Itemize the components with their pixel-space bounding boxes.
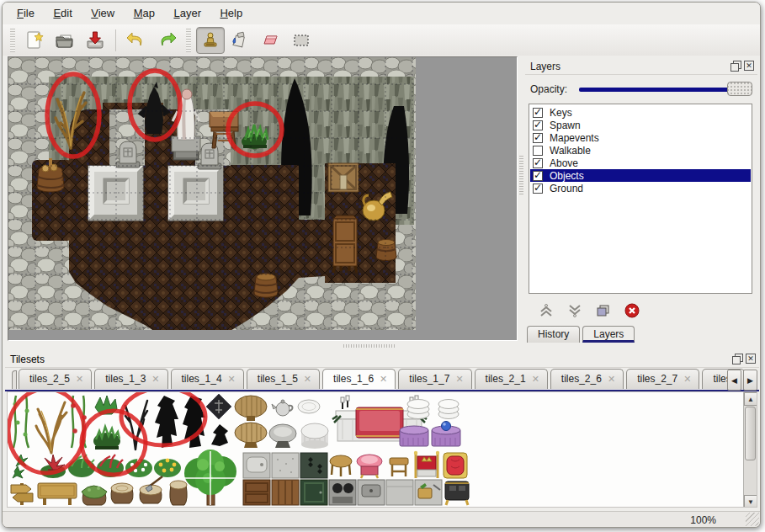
scroll-tabs-right-button[interactable]: ▶	[743, 370, 757, 391]
menu-map[interactable]: Map	[126, 3, 162, 22]
scroll-tabs-left-button[interactable]: ◀	[727, 370, 741, 391]
select-tool-button[interactable]	[287, 27, 316, 54]
scroll-down-button[interactable]: ▼	[744, 495, 757, 508]
layer-row-spawn[interactable]: Spawn	[530, 119, 751, 131]
vertical-splitter[interactable]	[518, 56, 525, 341]
layer-checkbox[interactable]	[533, 146, 543, 156]
tile-stone-round-table[interactable]	[269, 424, 296, 448]
menu-layer[interactable]: Layer	[166, 3, 209, 22]
tile-pink-cake-table[interactable]	[357, 455, 382, 478]
layer-row-walkable[interactable]: Walkable	[530, 144, 751, 157]
tile-round-slat-table[interactable]	[235, 396, 267, 421]
tile-cloth-round-table[interactable]	[301, 423, 328, 449]
float-panel-icon[interactable]	[732, 354, 742, 364]
map-view[interactable]	[8, 57, 416, 330]
tile-cabinet-planks[interactable]	[272, 480, 299, 505]
raise-layer-button[interactable]	[539, 303, 554, 318]
tile-dark-blob[interactable]	[155, 396, 178, 448]
float-panel-icon[interactable]	[730, 61, 741, 71]
scroll-up-button[interactable]: ▲	[744, 392, 757, 406]
tile-counter-speckled[interactable]	[272, 453, 299, 478]
tab-close-icon[interactable]: ✕	[608, 374, 615, 384]
tile-cushion-chair[interactable]	[444, 453, 467, 478]
horizontal-splitter[interactable]	[3, 341, 760, 351]
tileset-tab[interactable]: tiles_2_1✕	[475, 369, 548, 389]
tile-gold-leg-stove[interactable]	[445, 481, 469, 505]
layer-checkbox[interactable]	[533, 158, 543, 168]
tile-round-slat-table[interactable]	[235, 423, 267, 448]
tileset-tab[interactable]: tiles_1_7✕	[398, 369, 471, 389]
toolbar-drag-handle[interactable]	[186, 29, 191, 52]
tile-purple-table[interactable]	[400, 426, 428, 446]
tileset-tab[interactable]: tiles_2_7✕	[626, 369, 699, 389]
tile-rune-diamond[interactable]	[206, 394, 231, 419]
save-button[interactable]	[81, 27, 109, 54]
redo-button[interactable]	[152, 27, 181, 54]
tile-wood-sign[interactable]	[38, 483, 77, 505]
menu-file[interactable]: File	[9, 3, 42, 22]
tileset-tiles[interactable]	[8, 392, 740, 508]
tile-ground-bush[interactable]	[93, 427, 120, 450]
tileset-tab[interactable]: tiles_1_5✕	[247, 369, 320, 389]
tile-purple-table-orb[interactable]	[432, 422, 460, 447]
layer-row-mapevents[interactable]: Mapevents	[530, 131, 751, 144]
tile-tall-stump[interactable]	[170, 481, 187, 505]
tile-stove-green[interactable]	[300, 453, 327, 478]
tile-teapot[interactable]	[272, 400, 293, 416]
menu-help[interactable]: Help	[212, 3, 250, 22]
layer-checkbox[interactable]	[533, 120, 543, 130]
tile-plate-stack[interactable]	[438, 400, 459, 419]
layer-checkbox[interactable]	[533, 108, 543, 118]
tile-counter-sink[interactable]	[243, 453, 270, 478]
tileset-content[interactable]: ▲ ▼	[7, 391, 757, 508]
menu-edit[interactable]: Edit	[45, 3, 79, 22]
tile-small-blob[interactable]	[211, 424, 228, 446]
tile-dead-branches[interactable]	[36, 402, 66, 453]
resize-grip[interactable]	[746, 513, 759, 526]
tab-close-icon[interactable]: ✕	[380, 374, 387, 384]
tab-close-icon[interactable]: ✕	[532, 374, 539, 384]
tileset-tab-partial[interactable]	[12, 370, 17, 389]
tile-stool-tan[interactable]	[330, 455, 352, 476]
splitter-grip[interactable]	[519, 156, 523, 194]
tile-arrow-sign[interactable]	[11, 483, 33, 505]
opacity-slider-thumb[interactable]	[727, 82, 752, 96]
tab-close-icon[interactable]: ✕	[228, 374, 236, 384]
tileset-tab-active[interactable]: tiles_1_6✕	[322, 369, 396, 389]
tileset-tab[interactable]: tiles_2_5✕	[19, 369, 92, 389]
tileset-tab[interactable]: tiles_2_6✕	[550, 369, 624, 389]
tile-mossy-stump[interactable]	[82, 486, 107, 505]
layers-panel-header[interactable]: Layers ✕	[525, 58, 757, 75]
eraser-tool-button[interactable]	[257, 27, 285, 54]
tile-yellow-flower-bush[interactable]	[154, 459, 181, 477]
tile-big-tree[interactable]	[183, 450, 238, 505]
tile-green-door[interactable]	[300, 480, 327, 505]
layer-row-ground[interactable]: Ground	[530, 182, 751, 194]
tile-stove-burners[interactable]	[329, 480, 356, 505]
close-panel-icon[interactable]: ✕	[744, 61, 754, 71]
layer-row-keys[interactable]: Keys	[530, 106, 751, 119]
splitter-grip[interactable]	[343, 344, 396, 348]
stamp-tool-button[interactable]	[196, 27, 225, 54]
tile-plate-stack[interactable]	[407, 400, 429, 419]
tab-close-icon[interactable]: ✕	[76, 374, 83, 384]
layer-checkbox[interactable]	[533, 133, 543, 143]
delete-layer-button[interactable]	[624, 303, 640, 318]
tile-stump[interactable]	[111, 483, 133, 503]
tab-close-icon[interactable]: ✕	[683, 374, 691, 384]
scrollbar-thumb[interactable]	[745, 407, 756, 460]
close-panel-icon[interactable]: ✕	[746, 354, 756, 364]
tile-cutting-board[interactable]	[415, 480, 442, 505]
toolbar-drag-handle[interactable]	[10, 29, 15, 52]
tile-plate[interactable]	[298, 400, 320, 413]
tile-wood-stool[interactable]	[390, 458, 408, 476]
tileset-scrollbar[interactable]: ▲ ▼	[743, 392, 757, 508]
tab-close-icon[interactable]: ✕	[455, 374, 463, 384]
layer-row-objects[interactable]: Objects	[530, 169, 751, 182]
open-file-button[interactable]	[50, 27, 79, 54]
tile-stump-axe[interactable]	[140, 476, 162, 503]
tileset-tab[interactable]: tiles_1_3✕	[94, 369, 167, 389]
map-canvas[interactable]	[8, 56, 518, 341]
tile-throne[interactable]	[414, 451, 439, 478]
opacity-slider[interactable]	[579, 82, 752, 97]
